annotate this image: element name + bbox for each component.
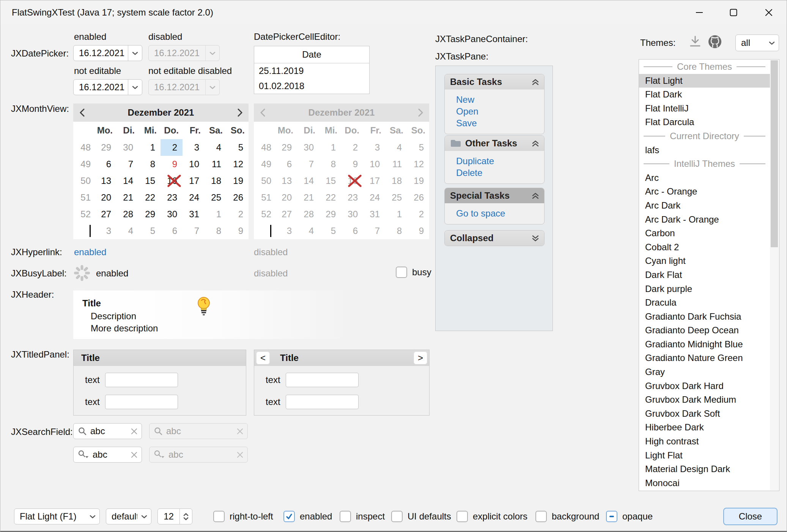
checkbox-enabled[interactable]: enabled (283, 511, 332, 522)
double-chevron-up-icon[interactable] (532, 140, 539, 147)
checkbox-box[interactable] (340, 511, 351, 522)
theme-item[interactable]: Gradianto Dark Fuchsia (639, 310, 770, 324)
theme-item[interactable]: Cyan light (639, 254, 770, 268)
calendar-day[interactable]: 19 (227, 173, 249, 189)
combo-dropdown-button[interactable] (765, 35, 779, 51)
next-month-button[interactable] (231, 104, 249, 122)
checkbox-box[interactable] (213, 511, 225, 522)
calendar-day[interactable]: 20 (94, 189, 116, 206)
calendar-day[interactable]: 6 (161, 223, 183, 239)
calendar-day[interactable]: 28 (116, 206, 139, 223)
github-button[interactable] (707, 34, 723, 52)
theme-item[interactable]: Dark purple (639, 282, 770, 296)
calendar-day[interactable]: 29 (139, 206, 161, 223)
download-themes-button[interactable] (688, 35, 702, 51)
calendar-day[interactable]: 17 (183, 173, 205, 189)
calendar-day[interactable]: 9 (227, 223, 249, 239)
calendar-day[interactable]: 9 (161, 156, 183, 173)
chevron-down-icon[interactable] (183, 517, 189, 520)
theme-combo-value[interactable]: Flat Light (F1) (14, 511, 86, 522)
checkbox-box[interactable] (396, 267, 407, 278)
calendar-day[interactable]: 4 (205, 139, 227, 156)
calendar-day[interactable]: 30 (161, 206, 183, 223)
search-input[interactable]: abc (90, 426, 127, 436)
theme-combobox[interactable]: Flat Light (F1) (14, 508, 100, 524)
spinner-buttons[interactable] (179, 509, 192, 524)
calendar-day[interactable]: 3 (94, 223, 116, 239)
themes-scrollbar[interactable] (770, 60, 779, 490)
double-chevron-down-icon[interactable] (532, 235, 539, 242)
calendar-day[interactable]: 31 (183, 206, 205, 223)
hyperlink-enabled[interactable]: enabled (74, 247, 106, 257)
minimize-button[interactable] (683, 0, 716, 25)
calendar-day[interactable]: 30 (116, 139, 139, 156)
datepicker-value[interactable]: 16.12.2021 (74, 82, 128, 93)
task-link[interactable]: Open (456, 106, 544, 117)
calendar-day[interactable]: 26 (227, 189, 249, 206)
calendar-day[interactable]: 15 (139, 173, 161, 189)
text-input[interactable] (286, 373, 359, 387)
font-size-spinner[interactable]: 12 (157, 508, 192, 524)
checkbox-box[interactable] (606, 511, 617, 522)
theme-item[interactable]: Flat IntelliJ (639, 102, 770, 116)
search-field-dropdown-enabled[interactable]: abc (73, 447, 142, 463)
task-group-header[interactable]: Collapsed (445, 231, 544, 246)
table-row[interactable]: 01.02.2018 (254, 78, 369, 94)
theme-item[interactable]: Gradianto Deep Ocean (639, 323, 770, 337)
calendar-day[interactable]: 8 (139, 156, 161, 173)
clear-icon[interactable] (131, 428, 137, 434)
checkbox-inspect[interactable]: inspect (340, 511, 385, 522)
calendar-day[interactable]: 18 (205, 173, 227, 189)
calendar-day[interactable]: 1 (139, 139, 161, 156)
theme-item[interactable]: Hiberbee Dark (639, 421, 770, 435)
task-link[interactable]: Duplicate (456, 155, 544, 166)
calendar-day[interactable]: 16 (161, 173, 183, 189)
calendar-day[interactable]: 21 (116, 189, 139, 206)
theme-item[interactable]: Arc - Orange (639, 185, 770, 199)
task-link[interactable]: New (456, 94, 544, 105)
theme-item[interactable]: Flat Dark (639, 88, 770, 102)
theme-item[interactable]: Flat Light (639, 74, 770, 88)
calendar-day[interactable]: 3 (183, 139, 205, 156)
calendar-day[interactable]: 12 (227, 156, 249, 173)
theme-item[interactable]: lafs (639, 143, 770, 157)
checkbox-opaque[interactable]: opaque (606, 511, 653, 522)
checkbox-box[interactable] (535, 511, 547, 522)
datepicker-dropdown-button[interactable] (128, 80, 142, 95)
datepicker-not-editable[interactable]: 16.12.2021 (73, 79, 142, 95)
checkbox-box[interactable] (391, 511, 403, 522)
task-link[interactable]: Save (456, 118, 544, 129)
theme-item[interactable]: Dracula (639, 296, 770, 310)
checkbox-ui-defaults[interactable]: UI defaults (391, 511, 451, 522)
theme-item[interactable]: Carbon (639, 226, 770, 240)
calendar-day[interactable]: 8 (205, 223, 227, 239)
theme-item[interactable]: High contrast (639, 435, 770, 449)
panel-next-button[interactable]: > (414, 352, 427, 364)
search-dropdown-icon[interactable] (78, 450, 89, 459)
filter-value[interactable]: all (736, 38, 765, 48)
maximize-button[interactable] (717, 0, 750, 25)
double-chevron-up-icon[interactable] (532, 193, 539, 199)
task-group-header[interactable]: Other Tasks (445, 136, 544, 151)
theme-item[interactable]: Gruvbox Dark Hard (639, 379, 770, 393)
search-field-enabled[interactable]: abc (73, 423, 142, 439)
theme-item[interactable]: Arc (639, 171, 770, 185)
calendar-day[interactable]: 5 (139, 223, 161, 239)
calendar-day[interactable]: 4 (116, 223, 139, 239)
variant-combobox[interactable]: default (106, 508, 151, 524)
calendar-day[interactable]: 6 (94, 156, 116, 173)
datepicker-enabled[interactable]: 16.12.2021 (73, 45, 142, 61)
calendar-day[interactable]: 2 (227, 206, 249, 223)
calendar-day[interactable]: 10 (183, 156, 205, 173)
variant-combo-value[interactable]: default (106, 511, 137, 522)
checkbox-box[interactable] (283, 511, 295, 522)
theme-item[interactable]: Gradianto Midnight Blue (639, 337, 770, 352)
datepicker-value[interactable]: 16.12.2021 (74, 48, 128, 58)
task-group-header[interactable]: Basic Tasks (445, 74, 544, 89)
theme-item[interactable]: Material Design Dark (639, 462, 770, 476)
text-input[interactable] (105, 395, 178, 409)
theme-item[interactable]: Arc Dark (639, 199, 770, 213)
double-chevron-up-icon[interactable] (532, 79, 539, 85)
close-window-button[interactable] (751, 0, 787, 25)
calendar-day[interactable]: 5 (227, 139, 249, 156)
